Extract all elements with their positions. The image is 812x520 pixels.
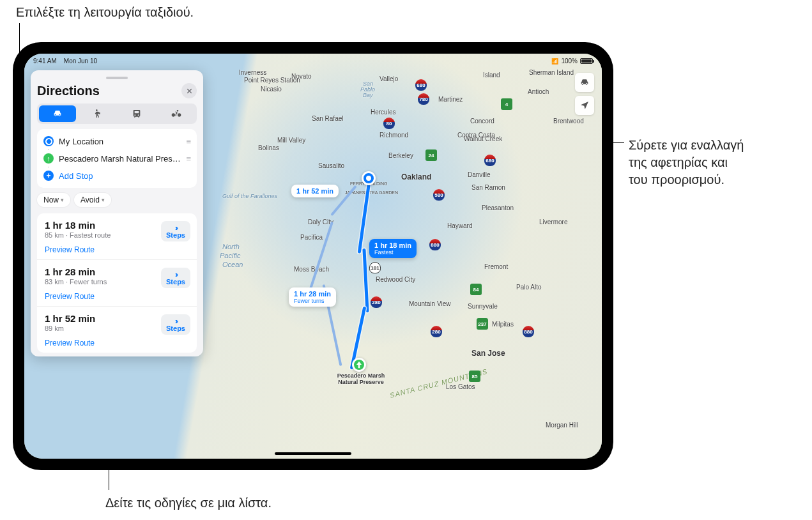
add-stop-button[interactable]: + Add Stop: [42, 167, 192, 184]
transit-icon: [132, 109, 142, 119]
chevrons-right-icon: ››: [166, 271, 185, 278]
callout-text: Σύρετε για εναλλαγή: [629, 138, 744, 152]
steps-button[interactable]: ›› Steps: [161, 221, 190, 241]
shield-i280b: 280: [431, 326, 442, 337]
shield-237: 237: [477, 318, 488, 330]
callout-text: του προορισμού.: [629, 172, 724, 187]
map-mode-button[interactable]: [575, 73, 594, 92]
stop-start[interactable]: My Location ≡: [42, 133, 192, 149]
mode-tab-cycling[interactable]: [158, 105, 195, 122]
label-island: Island: [483, 72, 500, 79]
route-item[interactable]: 1 hr 18 min 85 km · Fastest route ›› Ste…: [37, 213, 197, 259]
city-sausalito: Sausalito: [318, 162, 344, 169]
shield-i780: 780: [418, 93, 429, 105]
car-icon: [52, 109, 63, 119]
city-danville: Danville: [468, 171, 491, 178]
travel-mode-tabs: [37, 103, 197, 124]
bay-label: Bay: [363, 92, 373, 98]
shield-i580: 580: [433, 189, 445, 201]
steps-label: Steps: [166, 325, 185, 332]
close-button[interactable]: [181, 83, 197, 98]
panel-header: Directions: [37, 83, 197, 98]
city-hercules: Hercules: [371, 109, 395, 116]
preview-route-link[interactable]: Preview Route: [45, 292, 189, 301]
ocean-label: Ocean: [222, 261, 243, 268]
shield-i280a: 280: [371, 296, 382, 308]
ipad-frame: 9:41 AM Mon Jun 10 100% Pescadero MarshN…: [13, 42, 613, 470]
add-stop-label: Add Stop: [59, 171, 190, 181]
city-sanjose: San Jose: [471, 349, 505, 358]
city-richmond: Richmond: [379, 132, 408, 139]
city-sanrafael: San Rafael: [312, 115, 343, 122]
chevrons-right-icon: ››: [166, 318, 185, 325]
car-icon: [579, 77, 590, 88]
mode-tab-transit[interactable]: [118, 105, 155, 122]
drag-handle-icon[interactable]: ≡: [186, 137, 190, 146]
steps-button[interactable]: ›› Steps: [161, 314, 190, 335]
locate-button[interactable]: [575, 96, 594, 115]
route-bubble-fastest[interactable]: 1 hr 18 min Fastest: [369, 239, 417, 258]
walk-icon: [92, 109, 102, 119]
destination-icon: ↑: [43, 153, 54, 164]
routes-list: 1 hr 18 min 85 km · Fastest route ›› Ste…: [37, 213, 197, 353]
city-vallejo: Vallejo: [379, 75, 398, 82]
city-sanramon: San Ramon: [471, 184, 505, 191]
battery-percent: 100%: [561, 57, 578, 65]
route-bubble-alt[interactable]: 1 hr 52 min: [291, 185, 339, 197]
chevrons-right-icon: ››: [166, 225, 185, 231]
status-bar: 9:41 AM Mon Jun 10 100%: [24, 54, 602, 66]
route-item[interactable]: 1 hr 52 min 89 km ›› Steps Preview Route: [37, 306, 197, 353]
drag-handle-icon[interactable]: ≡: [186, 154, 190, 164]
shield-84: 84: [470, 284, 482, 295]
ocean-label: Pacific: [220, 252, 240, 259]
stop-start-label: My Location: [59, 137, 181, 146]
route-bubble-fewer-turns[interactable]: 1 hr 28 min Fewer turns: [289, 287, 336, 307]
mode-tab-driving[interactable]: [39, 105, 76, 122]
screen: 9:41 AM Mon Jun 10 100% Pescadero MarshN…: [24, 54, 602, 459]
city-brentwood: Brentwood: [553, 118, 584, 125]
destination-pin[interactable]: [352, 358, 366, 372]
city-mountainview: Mountain View: [409, 300, 450, 307]
preview-route-link[interactable]: Preview Route: [45, 245, 189, 254]
home-indicator[interactable]: [275, 452, 351, 455]
depart-now-button[interactable]: Now ▾: [37, 193, 70, 207]
arrow-up-icon: [354, 360, 364, 370]
stops-card: My Location ≡ ↑ Pescadero Marsh Natural …: [37, 129, 197, 188]
city-millvalley: Mill Valley: [277, 137, 305, 144]
city-antioch: Antioch: [528, 88, 549, 95]
location-arrow-icon: [579, 100, 590, 111]
shield-i880b: 880: [523, 326, 534, 337]
panel-title: Directions: [37, 84, 100, 98]
city-nicasio: Nicasio: [261, 86, 282, 93]
city-morganhill: Morgan Hill: [546, 422, 578, 429]
status-time: 9:41 AM: [33, 57, 57, 65]
shield-4: 4: [501, 98, 512, 110]
start-pin[interactable]: [362, 171, 376, 185]
city-pleasanton: Pleasanton: [482, 204, 514, 211]
ocean-label: North: [222, 243, 240, 250]
label-sherman: Sherman Island: [529, 69, 561, 76]
preview-route-link[interactable]: Preview Route: [45, 339, 189, 348]
shield-i880a: 880: [429, 239, 441, 250]
pill-label: Now: [43, 195, 59, 204]
gulf-label: Gulf of the Farallones: [222, 193, 277, 199]
cycle-icon: [171, 109, 181, 119]
chevron-down-icon: ▾: [61, 197, 64, 203]
city-martinez: Martinez: [438, 96, 463, 103]
city-livermore: Livermore: [539, 218, 567, 226]
city-hayward: Hayward: [447, 222, 472, 229]
panel-grabber[interactable]: [106, 77, 128, 79]
stop-destination[interactable]: ↑ Pescadero Marsh Natural Preserve ≡: [42, 149, 192, 167]
chevron-down-icon: ▾: [102, 197, 105, 203]
callout-top: Επιλέξτε τη λειτουργία ταξιδιού.: [16, 4, 194, 21]
route-item[interactable]: 1 hr 28 min 83 km · Fewer turns ›› Steps…: [37, 259, 197, 306]
city-pacifica: Pacifica: [300, 234, 323, 241]
statusbar-right: 100%: [551, 57, 593, 65]
shield-24: 24: [425, 149, 437, 161]
steps-button[interactable]: ›› Steps: [161, 268, 190, 288]
shield-i680: 680: [415, 79, 427, 91]
statusbar-left: 9:41 AM Mon Jun 10: [33, 57, 97, 65]
city-paloalto: Palo Alto: [516, 284, 541, 291]
avoid-button[interactable]: Avoid ▾: [74, 193, 111, 207]
mode-tab-walking[interactable]: [79, 105, 116, 122]
